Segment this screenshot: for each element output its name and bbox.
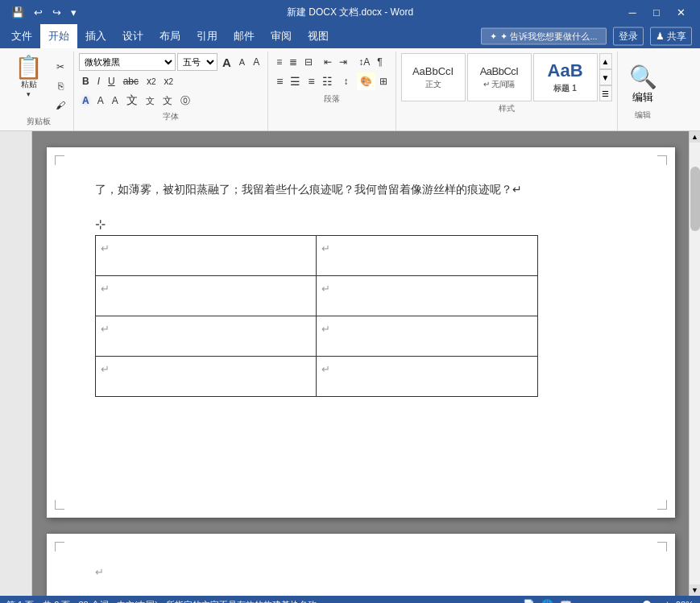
font-change-small-btn[interactable]: 文 [143,92,158,109]
word-table[interactable]: ↵ ↵ ↵ ↵ ↵ ↵ ↵ ↵ [95,235,538,397]
increase-indent-btn[interactable]: ⇥ [336,53,350,71]
menu-design[interactable]: 设计 [114,24,151,48]
menu-view[interactable]: 视图 [300,24,337,48]
web-layout-btn[interactable]: 🌐 [539,598,556,603]
style-heading1[interactable]: AaB 标题 1 [533,53,598,101]
page-corner-tr [657,155,667,165]
styles-scroll-up-btn[interactable]: ▲ [599,53,612,69]
window-controls[interactable]: ─ □ ✕ [621,3,692,21]
sort-btn[interactable]: ↕A [355,53,373,71]
table-cell-2-1[interactable]: ↵ [317,316,538,357]
highlight-color-btn[interactable]: A [94,92,107,109]
font-size-select[interactable]: 五号 [177,53,217,71]
help-search-text: ✦ 告诉我您想要做什么... [500,31,597,43]
page-corner-br [657,500,667,510]
table-cell-2-0[interactable]: ↵ [95,316,317,357]
undo-btn[interactable]: ↩ [31,5,46,20]
close-btn[interactable]: ✕ [669,3,692,21]
table-cell-3-1[interactable]: ↵ [317,357,538,397]
styles-scroll-down-btn[interactable]: ▼ [599,69,612,85]
zoom-level: 98% [676,600,694,603]
cut-button[interactable]: ✂ [52,58,68,76]
encircle-btn[interactable]: ⓪ [177,92,193,109]
paste-button[interactable]: 📋 粘贴 ▾ [8,53,49,101]
align-left-btn[interactable]: ≡ [273,72,286,90]
vertical-scrollbar[interactable]: ▲ ▼ [689,131,700,596]
scroll-track[interactable] [690,142,700,584]
menu-bar-right: ✦ ✦ 告诉我您想要做什么... 登录 ♟ 共享 [481,27,692,46]
increase-font-btn[interactable]: A [219,53,234,71]
table-cell-0-0[interactable]: ↵ [95,236,317,276]
print-layout-btn[interactable]: 📄 [520,598,537,603]
editing-button[interactable]: 🔍 编辑 [623,60,664,108]
font-change-big-btn[interactable]: 文 [123,92,141,109]
phonetic-btn[interactable]: 文 [159,92,176,109]
status-left: 第 1 页，共 2 页 88 个词 中文(中国) 所指定的文字不是有效的构建基块… [6,599,325,604]
styles-group-label: 样式 [401,103,612,116]
save-quick-btn[interactable]: 💾 [8,5,27,20]
strikethrough-button[interactable]: abc [120,72,142,90]
style-normal[interactable]: AaBbCcI 正文 [401,53,466,101]
left-ruler [0,131,32,596]
scroll-down-btn[interactable]: ▼ [690,584,701,596]
decrease-indent-btn[interactable]: ⇤ [321,53,335,71]
table-cell-3-0[interactable]: ↵ [95,357,317,397]
font-color-btn[interactable]: A [109,92,122,109]
menu-home[interactable]: 开始 [40,24,77,48]
scroll-area[interactable]: 了，如薄雾，被初阳蒸融了；我留着些什么痕迹呢？我何曾留着像游丝样的痕迹呢？↵ ⊹… [32,131,689,596]
font-name-select[interactable]: 微软雅黑 [79,53,176,71]
decrease-font-btn[interactable]: A [236,53,248,71]
styles-scroll-controls[interactable]: ▲ ▼ ☰ [599,53,612,101]
multilevel-list-btn[interactable]: ⊟ [301,53,316,71]
page-text-content: 了，如薄雾，被初阳蒸融了；我留着些什么痕迹呢？我何曾留着像游丝样的痕迹呢？↵ [95,180,627,200]
subscript-button[interactable]: x2 [143,72,159,90]
table-cell-0-1[interactable]: ↵ [317,236,538,276]
scroll-up-btn[interactable]: ▲ [690,131,701,142]
italic-button[interactable]: I [94,72,103,90]
scroll-thumb[interactable] [690,167,700,231]
login-button[interactable]: 登录 [613,27,644,46]
view-buttons[interactable]: 📄 🌐 📖 [520,598,574,603]
help-search-box[interactable]: ✦ ✦ 告诉我您想要做什么... [481,28,606,45]
format-painter-button[interactable]: 🖌 [52,97,68,114]
show-all-btn[interactable]: ¶ [374,53,385,71]
superscript-button[interactable]: x2 [161,72,177,90]
menu-review[interactable]: 审阅 [263,24,300,48]
menu-layout[interactable]: 布局 [151,24,188,48]
styles-expand-btn[interactable]: ☰ [599,85,612,101]
read-mode-btn[interactable]: 📖 [557,598,574,603]
line-spacing-btn[interactable]: ↕ [341,72,352,90]
menu-references[interactable]: 引用 [188,24,226,48]
page-corner-tl [55,155,64,165]
borders-btn[interactable]: ⊞ [376,72,391,90]
editing-group: 🔍 编辑 编辑 [618,52,669,130]
redo-btn[interactable]: ↪ [49,5,64,20]
numbered-list-btn[interactable]: ≣ [286,53,300,71]
clear-format-btn[interactable]: A [250,53,263,71]
share-button[interactable]: ♟ 共享 [650,27,692,46]
zoom-in-btn[interactable]: + [662,598,673,603]
style-no-spacing[interactable]: AaBbCcI ↵ 无间隔 [467,53,532,101]
zoom-control[interactable]: ─ + 98% [579,598,694,603]
menu-file[interactable]: 文件 [3,24,40,48]
menu-mailings[interactable]: 邮件 [226,24,263,48]
word-count: 88 个词 [78,599,108,604]
zoom-out-btn[interactable]: ─ [579,598,591,603]
align-center-btn[interactable]: ☰ [287,72,304,90]
bold-button[interactable]: B [79,72,93,90]
style-heading1-preview: AaB [548,60,583,81]
align-right-btn[interactable]: ≡ [304,72,317,90]
table-cell-1-0[interactable]: ↵ [95,276,317,316]
maximize-btn[interactable]: □ [645,3,668,21]
table-cell-1-1[interactable]: ↵ [317,276,538,316]
text-effect-btn[interactable]: A [79,92,93,109]
justify-btn[interactable]: ☷ [319,72,336,90]
bullet-list-btn[interactable]: ≡ [273,53,285,71]
quick-access-more-btn[interactable]: ▾ [68,5,80,20]
minimize-btn[interactable]: ─ [621,3,644,21]
quick-access-toolbar[interactable]: 💾 ↩ ↪ ▾ [8,5,80,20]
copy-button[interactable]: ⎘ [52,77,68,95]
underline-button[interactable]: U [105,72,118,90]
shading-btn[interactable]: 🎨 [357,72,375,90]
menu-insert[interactable]: 插入 [77,24,114,48]
